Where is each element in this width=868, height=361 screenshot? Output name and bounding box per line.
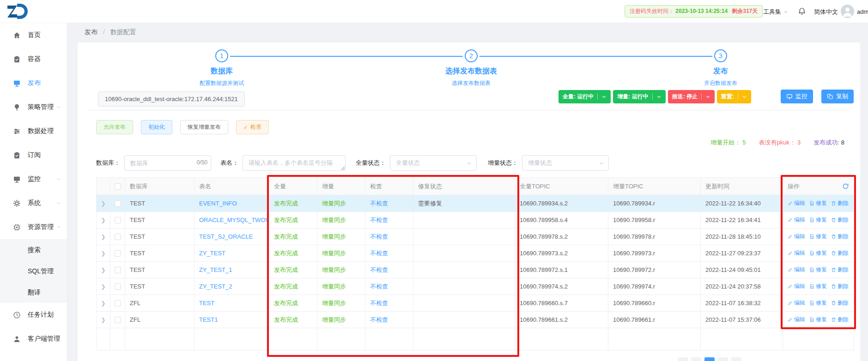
edit-action[interactable]: 编辑 [788,266,805,274]
table-row[interactable]: ❯ TEST ZY_TEST 发布完成 增量同步 不检查 10690.78997… [97,245,854,262]
cell-table-name-link[interactable]: ZY_TEST_2 [199,283,232,290]
row-checkbox[interactable] [115,250,121,257]
table-name-filter-textarea[interactable] [243,155,346,171]
sidebar-item-strategy[interactable]: 策略管理 [0,95,67,119]
edit-action[interactable]: 编辑 [788,299,805,307]
notification-bell-icon[interactable] [798,7,806,16]
cell-check-link[interactable]: 不检查 [370,200,388,207]
cell-check-link[interactable]: 不检查 [370,283,388,290]
repair-action[interactable]: 修复 [809,316,827,324]
edit-action[interactable]: 编辑 [788,283,805,290]
row-expand-icon[interactable]: ❯ [101,267,105,273]
delete-action[interactable]: 删除 [831,216,849,224]
toolbox-menu[interactable]: 工具集 [763,8,788,16]
cell-check-link[interactable]: 不检查 [370,250,388,257]
delete-action[interactable]: 删除 [831,199,849,207]
row-expand-icon[interactable]: ❯ [101,200,105,207]
row-checkbox[interactable] [115,317,121,323]
user-avatar[interactable] [841,5,854,18]
repair-action[interactable]: 修复 [809,216,827,224]
repair-action[interactable]: 修复 [809,233,827,241]
sidebar-item-resource-management[interactable]: 资源管理 [0,215,67,239]
edit-action[interactable]: 编辑 [788,216,805,224]
row-expand-icon[interactable]: ❯ [101,300,105,307]
cell-table-name-link[interactable]: TEST [199,300,214,307]
table-row[interactable]: ❯ TEST ZY_TEST_1 发布完成 增量同步 不检查 10690.789… [97,262,854,278]
sidebar-item-monitoring[interactable]: 监控 [0,167,67,191]
username-text[interactable]: admin [857,8,868,15]
cell-table-name-link[interactable]: TEST1 [199,316,218,323]
sidebar-item-publish[interactable]: 发布 [0,71,67,95]
repair-action[interactable]: 修复 [809,249,827,257]
cell-table-name-link[interactable]: ORACLE_MYSQL_TWOWAY [199,217,269,223]
repair-action[interactable]: 修复 [809,266,827,274]
sidebar-item-system[interactable]: 系统 [0,191,67,215]
delete-action[interactable]: 删除 [831,316,849,324]
monitor-button[interactable]: 监控 [781,90,813,103]
delete-action[interactable]: 删除 [831,266,849,274]
pagination-current-page[interactable] [704,357,715,361]
table-row[interactable]: ❯ ZFL TEST 发布完成 增量同步 不检查 10690.789660.s.… [97,295,854,312]
push-status-button[interactable]: 推送: 停止 [668,90,715,103]
sidebar-item-translate[interactable]: 翻译 [0,282,67,303]
edit-action[interactable]: 编辑 [788,316,805,324]
check-button[interactable]: ✓ 检查 [236,120,269,134]
cell-check-link[interactable]: 不检查 [370,233,388,240]
brand-logo-icon[interactable] [6,2,29,21]
table-row[interactable]: ❯ TEST TEST_SJ_ORACLE 发布完成 增量同步 不检查 1069… [97,229,854,245]
delete-action[interactable]: 删除 [831,249,849,257]
initialize-button[interactable]: 初始化 [141,120,172,134]
row-expand-icon[interactable]: ❯ [101,234,105,240]
sidebar-item-home[interactable]: 首页 [0,23,67,47]
edit-action[interactable]: 编辑 [788,249,805,257]
resume-incremental-publish-button[interactable]: 恢复增量发布 [180,120,228,134]
select-all-checkbox[interactable] [115,183,121,190]
table-row[interactable]: ❯ TEST ZY_TEST_2 发布完成 增量同步 不检查 10690.789… [97,278,854,295]
cell-check-link[interactable]: 不检查 [370,316,388,323]
delete-action[interactable]: 删除 [831,283,849,290]
cell-table-name-link[interactable]: ZY_TEST [199,250,225,257]
pagination-page[interactable] [691,357,701,361]
row-checkbox[interactable] [115,217,121,223]
copy-button[interactable]: 复制 [821,90,854,103]
row-checkbox[interactable] [115,234,121,240]
full-status-select[interactable]: 全量状态 [390,155,477,171]
incremental-status-select[interactable]: 增量状态 [522,155,609,171]
row-checkbox[interactable] [115,200,121,207]
refresh-icon[interactable] [842,183,849,190]
breadcrumb-publish[interactable]: 发布 [85,28,97,36]
table-row[interactable]: ❯ TEST ORACLE_MYSQL_TWOWAY 发布完成 增量同步 不检查… [97,212,854,229]
row-expand-icon[interactable]: ❯ [101,250,105,257]
cell-table-name-link[interactable]: TEST_SJ_ORACLE [199,233,253,240]
sidebar-item-sql-management[interactable]: SQL管理 [0,260,67,282]
row-checkbox[interactable] [115,283,121,290]
full-volume-status-button[interactable]: 全量: 运行中 [558,90,611,103]
cell-check-link[interactable]: 不检查 [370,217,388,223]
delete-action[interactable]: 删除 [831,233,849,241]
delete-action[interactable]: 删除 [831,299,849,307]
sidebar-item-task-schedule[interactable]: 任务计划 [0,303,67,327]
sidebar-item-container[interactable]: 容器 [0,47,67,71]
edit-action[interactable]: 编辑 [788,199,805,207]
row-expand-icon[interactable]: ❯ [101,217,105,223]
edit-action[interactable]: 编辑 [788,233,805,241]
table-row[interactable]: ❯ TEST EVENT_INFO 发布完成 增量同步 不检查 需要修复 106… [97,195,854,212]
repair-action[interactable]: 修复 [809,299,827,307]
row-expand-icon[interactable]: ❯ [101,283,105,290]
row-expand-icon[interactable]: ❯ [101,317,105,323]
language-switcher[interactable]: 简体中文 [814,8,838,16]
sidebar-item-client-management[interactable]: 客户端管理 [0,327,67,351]
cell-check-link[interactable]: 不检查 [370,300,388,307]
cell-check-link[interactable]: 不检查 [370,266,388,273]
cell-table-name-link[interactable]: EVENT_INFO [199,200,237,207]
pagination-page[interactable] [718,357,728,361]
pagination-page[interactable] [678,357,688,361]
row-checkbox[interactable] [115,300,121,307]
sidebar-item-search[interactable]: 搜索 [0,239,67,260]
sidebar-item-subscribe[interactable]: 订阅 [0,143,67,167]
pagination-page[interactable] [731,357,741,361]
allow-publish-button[interactable]: 允许发布 [96,120,133,134]
cell-table-name-link[interactable]: ZY_TEST_1 [199,266,232,273]
reset-button[interactable]: 重置: [717,90,751,103]
sidebar-item-data-processing[interactable]: 数据处理 [0,119,67,143]
